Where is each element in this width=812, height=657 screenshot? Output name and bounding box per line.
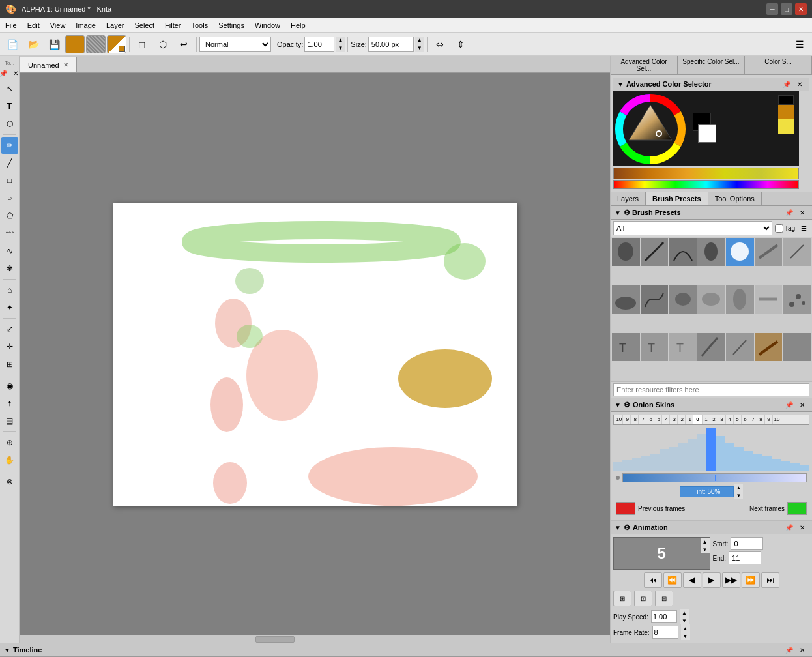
- saturation-gradient-bar[interactable]: [613, 180, 799, 189]
- brush-list-btn[interactable]: ☰: [798, 223, 809, 233]
- ellipse-tool-btn[interactable]: ○: [1, 190, 18, 207]
- onion-frame-6[interactable]: 6: [742, 415, 749, 424]
- brush-item-12[interactable]: [726, 285, 754, 314]
- onion-frame-9[interactable]: 9: [765, 415, 773, 424]
- save-file-button[interactable]: 💾: [44, 35, 64, 53]
- opacity-down[interactable]: ▼: [336, 44, 345, 52]
- brush-item-11[interactable]: [697, 285, 725, 314]
- prev-keyframe-btn[interactable]: ⏪: [663, 572, 682, 588]
- speed-up[interactable]: ▲: [680, 609, 689, 617]
- tint-slider-handle[interactable]: [715, 474, 716, 481]
- brush-item-8[interactable]: [612, 285, 640, 314]
- color-s-tab[interactable]: Color S...: [745, 56, 812, 74]
- eyedropper-btn[interactable]: 🖈: [1, 395, 18, 412]
- bp-pin[interactable]: 📌: [783, 207, 795, 218]
- brush-item-5[interactable]: [726, 238, 754, 266]
- tab-layers[interactable]: Layers: [611, 192, 646, 205]
- brush-item-20[interactable]: [755, 333, 783, 361]
- multibrush-btn[interactable]: ✦: [1, 299, 18, 316]
- onion-collapse-icon[interactable]: ▼: [615, 402, 621, 409]
- menu-window[interactable]: Window: [250, 18, 285, 32]
- brush-item-4[interactable]: [697, 238, 725, 266]
- tab-brush-presets[interactable]: Brush Presets: [646, 192, 708, 205]
- onion-frame--8[interactable]: -8: [631, 415, 639, 424]
- size-spinner[interactable]: ▲ ▼: [415, 36, 424, 52]
- size-input[interactable]: [371, 40, 411, 48]
- text-tool-btn[interactable]: T: [1, 98, 18, 115]
- dynamic-brush-btn[interactable]: ⌂: [1, 282, 18, 299]
- minimize-button[interactable]: ─: [766, 3, 778, 15]
- pan-tool-btn[interactable]: ✋: [1, 452, 18, 469]
- doc-tab-close[interactable]: ✕: [63, 61, 68, 68]
- brush-item-21[interactable]: [783, 333, 811, 361]
- brush-filter-select[interactable]: All: [613, 221, 772, 235]
- settings-button[interactable]: ☰: [790, 35, 809, 53]
- brush-item-19[interactable]: [726, 333, 754, 361]
- rate-down[interactable]: ▼: [681, 632, 690, 640]
- opacity-input[interactable]: [308, 40, 331, 48]
- menu-image[interactable]: Image: [70, 18, 101, 32]
- tint-down[interactable]: ▼: [734, 491, 743, 499]
- brush-item-15[interactable]: T: [612, 333, 640, 361]
- transform-tool-btn[interactable]: ⤢: [1, 321, 18, 338]
- frame-down[interactable]: ▼: [701, 546, 710, 553]
- brush-item-10[interactable]: [669, 285, 697, 314]
- color-sel-pin[interactable]: 📌: [781, 79, 792, 89]
- bp-close[interactable]: ✕: [796, 207, 808, 218]
- opacity-up[interactable]: ▲: [336, 36, 345, 44]
- onion-frame-1[interactable]: 1: [703, 415, 710, 424]
- resource-filter-input[interactable]: [613, 383, 809, 396]
- speed-spinner[interactable]: ▲ ▼: [680, 609, 689, 624]
- brush-item-16[interactable]: T: [641, 333, 669, 361]
- rate-up[interactable]: ▲: [681, 624, 690, 632]
- bezier-tool-btn[interactable]: ∿: [1, 242, 18, 259]
- advanced-color-sel-tab[interactable]: Advanced Color Sel...: [611, 56, 678, 74]
- brush-item-18[interactable]: [697, 333, 725, 361]
- onion-frame--1[interactable]: -1: [686, 415, 693, 424]
- specific-color-sel-tab[interactable]: Specific Color Sel...: [678, 56, 745, 74]
- new-file-button[interactable]: 📄: [3, 35, 22, 53]
- tag-checkbox[interactable]: Tag: [775, 224, 795, 233]
- blend-mode-select[interactable]: Normal Multiply Screen Overlay Darken: [199, 36, 271, 52]
- canvas-viewport[interactable]: [20, 73, 610, 635]
- collapse-icon[interactable]: ▼: [617, 81, 624, 88]
- brush-item-6[interactable]: [755, 238, 783, 266]
- add-frame-btn[interactable]: ⊞: [613, 591, 631, 606]
- onion-frame-10[interactable]: 10: [773, 415, 781, 424]
- onion-frame-0[interactable]: 0: [693, 415, 703, 424]
- mirror-v-button[interactable]: ⇕: [451, 35, 471, 53]
- canvas-surface[interactable]: [113, 203, 517, 506]
- maximize-button[interactable]: □: [781, 3, 792, 15]
- timeline-pin[interactable]: 📌: [783, 645, 795, 655]
- onion-pin[interactable]: 📌: [783, 400, 795, 410]
- tint-up[interactable]: ▲: [734, 484, 743, 491]
- timeline-close[interactable]: ✕: [796, 645, 808, 655]
- brush-item-13[interactable]: [755, 285, 783, 314]
- menu-layer[interactable]: Layer: [101, 18, 130, 32]
- pattern-btn[interactable]: [86, 35, 106, 53]
- timeline-collapse-icon[interactable]: ▼: [4, 647, 10, 654]
- anim-close[interactable]: ✕: [796, 522, 808, 533]
- last-frame-btn[interactable]: ⏭: [761, 572, 779, 588]
- onion-close[interactable]: ✕: [796, 400, 808, 410]
- menu-select[interactable]: Select: [129, 18, 160, 32]
- size-up[interactable]: ▲: [415, 36, 424, 44]
- onion-frame--10[interactable]: -10: [614, 415, 623, 424]
- h-scrollbar-thumb[interactable]: [255, 636, 295, 643]
- play-btn[interactable]: ▶: [703, 572, 721, 588]
- anim-collapse-icon[interactable]: ▼: [615, 524, 621, 531]
- onion-frame--4[interactable]: -4: [662, 415, 670, 424]
- preserve-alpha-button[interactable]: ⬡: [153, 35, 173, 53]
- bg-color-swatch[interactable]: [698, 124, 716, 143]
- menu-tools[interactable]: Tools: [186, 18, 214, 32]
- tool-pin-button[interactable]: 📌: [0, 68, 9, 78]
- move-tool-btn[interactable]: ✛: [1, 338, 18, 355]
- brush-item-1[interactable]: [612, 238, 640, 266]
- menu-filter[interactable]: Filter: [160, 18, 186, 32]
- tag-checkbox-input[interactable]: [775, 224, 783, 233]
- brush-item-7[interactable]: [783, 238, 811, 266]
- frame-rate-input[interactable]: [652, 626, 678, 639]
- tool-close-button[interactable]: ✕: [10, 68, 20, 78]
- assistant-tool-btn[interactable]: ⊗: [1, 473, 18, 490]
- tint-slider[interactable]: [622, 473, 807, 482]
